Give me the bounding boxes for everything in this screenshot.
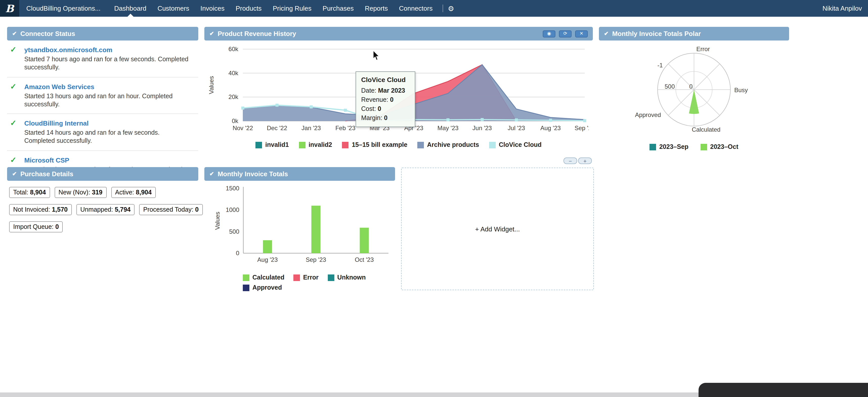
nav-item[interactable]: Products bbox=[230, 0, 267, 17]
svg-text:500: 500 bbox=[665, 83, 675, 90]
svg-text:Nov '22: Nov '22 bbox=[233, 124, 253, 132]
legend-item[interactable]: Unknown bbox=[328, 274, 366, 281]
nav-item[interactable]: Dashboard bbox=[108, 0, 152, 17]
legend-item[interactable]: Approved bbox=[243, 284, 282, 291]
connector-body: ytsandbox.onmicrosoft.com Started 7 hour… bbox=[24, 45, 191, 72]
nav-item[interactable]: Connectors bbox=[393, 0, 438, 17]
badge-value: 8,904 bbox=[30, 189, 46, 196]
refresh-widget-button[interactable]: ⟳ bbox=[559, 30, 571, 37]
purchase-details-header: ✔ Purchase Details bbox=[7, 167, 198, 181]
legend-label: invalid2 bbox=[309, 141, 332, 148]
export-image-button[interactable]: ◉ bbox=[543, 30, 555, 37]
legend-item[interactable]: 2023–Sep bbox=[650, 143, 688, 150]
svg-text:-1: -1 bbox=[657, 62, 663, 68]
add-widget-dropzone[interactable]: + Add Widget... bbox=[401, 168, 594, 290]
dashboard-page: B CloudBilling Operations... DashboardCu… bbox=[0, 0, 868, 397]
nav-item[interactable]: Purchases bbox=[317, 0, 360, 17]
polar-chart: ErrorBusyCalculatedApproved-15000 bbox=[599, 41, 789, 137]
monthly-invoice-totals-header: ✔ Monthly Invoice Totals bbox=[204, 167, 395, 181]
legend-swatch bbox=[650, 144, 656, 150]
legend-label: Error bbox=[303, 274, 318, 281]
connector-link[interactable]: CloudBilling Internal bbox=[24, 119, 89, 127]
stat-badge: Total: 8,904 bbox=[9, 187, 50, 198]
legend-label: 2023–Sep bbox=[659, 143, 688, 150]
mouse-cursor bbox=[373, 51, 380, 61]
svg-text:1500: 1500 bbox=[226, 185, 239, 192]
invoice-totals-legend: CalculatedErrorUnknownApproved bbox=[243, 274, 390, 291]
connector-link[interactable]: Microsoft CSP bbox=[24, 156, 69, 164]
badge-label: Not Invoiced: bbox=[13, 206, 50, 213]
legend-item[interactable]: invalid2 bbox=[299, 141, 332, 148]
svg-text:Values: Values bbox=[208, 76, 215, 94]
stat-badge: Import Queue: 0 bbox=[9, 221, 63, 232]
connector-description: Started 14 hours ago and ran for a few s… bbox=[24, 129, 191, 145]
connector-status-header: ✔ Connector Status bbox=[7, 27, 198, 40]
app-logo[interactable]: B bbox=[0, 0, 19, 17]
svg-text:40k: 40k bbox=[228, 69, 239, 77]
legend-item[interactable]: 15–15 bill example bbox=[342, 141, 407, 148]
svg-text:500: 500 bbox=[229, 228, 239, 235]
connector-link[interactable]: ytsandbox.onmicrosoft.com bbox=[24, 46, 112, 54]
connector-link[interactable]: Amazon Web Services bbox=[24, 83, 94, 90]
connector-description: Started 7 hours ago and ran for a few se… bbox=[24, 55, 191, 72]
settings-gear-icon[interactable]: ⚙ bbox=[448, 4, 454, 12]
user-menu[interactable]: Nikita Anpilov bbox=[823, 5, 868, 12]
connector-body: CloudBilling Internal Started 14 hours a… bbox=[24, 118, 191, 145]
badge-value: 0 bbox=[195, 206, 199, 213]
badge-label: Processed Today: bbox=[143, 206, 193, 213]
legend-item[interactable]: invalid1 bbox=[256, 141, 289, 148]
legend-swatch bbox=[243, 274, 249, 281]
polar-panel-header: ✔ Monthly Invoice Totals Polar bbox=[599, 27, 789, 40]
badge-label: Active: bbox=[115, 189, 134, 196]
legend-label: 15–15 bill example bbox=[352, 141, 407, 148]
svg-text:Jul '23: Jul '23 bbox=[507, 124, 525, 132]
tooltip-row: Revenue: 0 bbox=[361, 95, 410, 104]
connector-list: ✓ ytsandbox.onmicrosoft.com Started 7 ho… bbox=[7, 40, 198, 187]
nav-item[interactable]: Customers bbox=[152, 0, 195, 17]
svg-text:60k: 60k bbox=[228, 46, 239, 52]
svg-text:Approved: Approved bbox=[635, 111, 661, 118]
tooltip-title: CloVice Cloud bbox=[361, 76, 410, 85]
nav-item[interactable]: Invoices bbox=[195, 0, 230, 17]
revenue-legend: invalid1invalid215–15 bill exampleArchiv… bbox=[204, 141, 593, 148]
add-widget-label: + Add Widget... bbox=[475, 225, 520, 233]
tooltip-label: Date: bbox=[361, 87, 376, 94]
svg-text:Aug '23: Aug '23 bbox=[257, 256, 278, 263]
badge-label: New (Nov): bbox=[58, 189, 90, 196]
success-check-icon: ✓ bbox=[7, 45, 24, 72]
monthly-invoice-totals-panel: ✔ Monthly Invoice Totals 050010001500Aug… bbox=[204, 167, 395, 291]
svg-text:Oct '23: Oct '23 bbox=[355, 256, 374, 263]
legend-item[interactable]: Archive products bbox=[417, 141, 479, 148]
legend-item[interactable]: Error bbox=[293, 274, 318, 281]
zoom-out-button[interactable]: − bbox=[563, 158, 577, 164]
connector-body: Amazon Web Services Started 13 hours ago… bbox=[24, 82, 191, 108]
tooltip-row: Cost: 0 bbox=[361, 104, 410, 113]
polar-panel: ✔ Monthly Invoice Totals Polar ErrorBusy… bbox=[599, 27, 789, 150]
close-widget-button[interactable]: ✕ bbox=[575, 30, 588, 37]
svg-text:0: 0 bbox=[689, 83, 692, 90]
svg-text:Values: Values bbox=[214, 212, 221, 230]
connector-description: Started 13 hours ago and ran for an hour… bbox=[24, 92, 191, 108]
brand-title[interactable]: CloudBilling Operations... bbox=[26, 5, 100, 12]
badge-label: Unmapped: bbox=[80, 206, 113, 213]
svg-text:May '23: May '23 bbox=[438, 124, 459, 132]
panel-title: Purchase Details bbox=[20, 170, 73, 178]
legend-label: Archive products bbox=[427, 141, 479, 148]
svg-text:0: 0 bbox=[236, 250, 239, 256]
legend-item[interactable]: 2023–Oct bbox=[701, 143, 738, 150]
zoom-in-button[interactable]: + bbox=[578, 158, 592, 164]
stat-badge: New (Nov): 319 bbox=[54, 187, 106, 198]
nav-item[interactable]: Pricing Rules bbox=[267, 0, 317, 17]
legend-label: Unknown bbox=[337, 274, 366, 281]
badge-value: 0 bbox=[55, 223, 59, 230]
connector-status-panel: ✔ Connector Status ✓ ytsandbox.onmicroso… bbox=[7, 27, 198, 187]
legend-item[interactable]: Calculated bbox=[243, 274, 284, 281]
svg-text:20k: 20k bbox=[228, 93, 239, 100]
legend-item[interactable]: CloVice Cloud bbox=[489, 141, 541, 148]
tooltip-row: Margin: 0 bbox=[361, 113, 410, 122]
badge-value: 8,904 bbox=[136, 189, 152, 196]
svg-text:Feb '23: Feb '23 bbox=[335, 124, 355, 132]
svg-text:1000: 1000 bbox=[226, 206, 239, 213]
nav-item[interactable]: Reports bbox=[359, 0, 393, 17]
purchase-details-panel: ✔ Purchase Details Total: 8,904New (Nov)… bbox=[7, 167, 198, 232]
